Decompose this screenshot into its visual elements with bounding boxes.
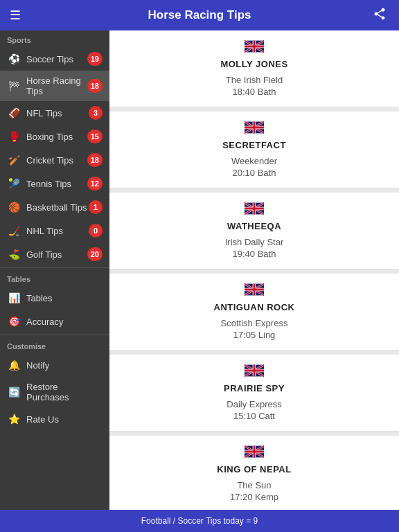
- cricket-icon: 🏏: [7, 153, 21, 167]
- golf-label: Golf Tips: [26, 249, 87, 260]
- nhl-badge: 0: [89, 224, 103, 238]
- footer: Football / Soccer Tips today = 9: [0, 510, 399, 532]
- rate-label: Rate Us: [26, 414, 103, 425]
- tip-time: 17:20 Kemp: [230, 492, 278, 502]
- boxing-badge: 15: [87, 130, 103, 143]
- nhl-icon: 🏒: [7, 224, 21, 238]
- tip-time: 15:10 Catt: [233, 411, 275, 421]
- tip-name: SECRETFACT: [222, 140, 286, 150]
- rate-icon: ⭐: [7, 412, 21, 426]
- content-area: MOLLY JONES The Irish Field 18:40 Bath S…: [109, 30, 399, 510]
- share-icon[interactable]: [373, 7, 389, 24]
- tip-flag: [245, 364, 264, 380]
- horse-racing-icon: 🏁: [7, 79, 21, 93]
- app-header: ☰ Horse Racing Tips: [0, 0, 399, 30]
- tip-card[interactable]: SECRETFACT Weekender 20:10 Bath: [109, 112, 399, 188]
- sidebar-item-restore[interactable]: 🔄 Restore Purchases: [0, 377, 109, 407]
- tip-source: The Irish Field: [226, 75, 283, 85]
- tip-name: ANTIGUAN ROCK: [214, 302, 295, 312]
- sports-section-label: Sports: [0, 30, 109, 47]
- sidebar-item-tennis[interactable]: 🎾 Tennis Tips 12: [0, 172, 109, 195]
- notify-icon: 🔔: [7, 358, 21, 372]
- tip-source: Daily Express: [227, 399, 281, 409]
- accuracy-label: Accuracy: [26, 317, 103, 327]
- tip-flag: [245, 202, 264, 218]
- sidebar-item-tables[interactable]: 📊 Tables: [0, 286, 109, 310]
- customise-section-label: Customise: [0, 337, 109, 353]
- tip-time: 18:40 Bath: [233, 87, 276, 97]
- sidebar-item-notify[interactable]: 🔔 Notify: [0, 353, 109, 377]
- tables-section-label: Tables: [0, 269, 109, 286]
- tip-name: WATHEEQA: [227, 221, 281, 231]
- notify-label: Notify: [26, 360, 103, 371]
- tip-name: KING OF NEPAL: [217, 464, 291, 475]
- tip-time: 17:05 Ling: [233, 330, 276, 340]
- soccer-badge: 19: [87, 52, 103, 66]
- tip-flag: [245, 40, 264, 56]
- tip-source: Weekender: [231, 156, 277, 166]
- sidebar-item-horse-racing[interactable]: 🏁 Horse Racing Tips 18: [0, 71, 109, 101]
- golf-badge: 20: [87, 247, 103, 261]
- sidebar-tables-list: 📊 Tables 🎯 Accuracy: [0, 286, 109, 333]
- tennis-icon: 🎾: [7, 177, 21, 190]
- main-layout: Sports ⚽ Soccer Tips 19 🏁 Horse Racing T…: [0, 30, 399, 510]
- sidebar-item-rate[interactable]: ⭐ Rate Us: [0, 407, 109, 431]
- sidebar-item-soccer[interactable]: ⚽ Soccer Tips 19: [0, 47, 109, 71]
- cricket-label: Cricket Tips: [26, 155, 87, 166]
- basketball-badge: 1: [89, 200, 103, 214]
- nfl-badge: 3: [89, 106, 103, 120]
- sidebar-customise-list: 🔔 Notify 🔄 Restore Purchases ⭐ Rate Us: [0, 353, 109, 431]
- sidebar-item-boxing[interactable]: 🥊 Boxing Tips 15: [0, 125, 109, 148]
- tip-source: The Sun: [237, 480, 271, 490]
- nfl-icon: 🏈: [7, 106, 21, 120]
- tip-flag: [245, 121, 264, 137]
- sidebar-item-basketball[interactable]: 🏀 Basketball Tips 1: [0, 195, 109, 219]
- menu-icon[interactable]: ☰: [10, 8, 26, 23]
- sidebar-item-golf[interactable]: ⛳ Golf Tips 20: [0, 242, 109, 266]
- accuracy-icon: 🎯: [7, 314, 21, 328]
- sidebar-divider-2: [0, 335, 109, 335]
- tip-name: PRAIRIE SPY: [224, 383, 285, 393]
- tennis-badge: 12: [87, 177, 103, 190]
- sidebar-item-nhl[interactable]: 🏒 NHL Tips 0: [0, 219, 109, 242]
- nfl-label: NFL Tips: [26, 108, 89, 118]
- tip-source: Scottish Express: [221, 318, 288, 328]
- sidebar-item-cricket[interactable]: 🏏 Cricket Tips 18: [0, 148, 109, 172]
- sidebar-item-accuracy[interactable]: 🎯 Accuracy: [0, 310, 109, 333]
- tip-time: 19:40 Bath: [233, 249, 276, 259]
- footer-text: Football / Soccer Tips today = 9: [141, 516, 258, 526]
- golf-icon: ⛳: [7, 247, 21, 261]
- tip-card[interactable]: PRAIRIE SPY Daily Express 15:10 Catt: [109, 355, 399, 432]
- tip-card[interactable]: ANTIGUAN ROCK Scottish Express 17:05 Lin…: [109, 274, 399, 351]
- soccer-label: Soccer Tips: [26, 54, 87, 64]
- soccer-icon: ⚽: [7, 52, 21, 66]
- tip-flag: [245, 445, 264, 461]
- sidebar-sports-list: ⚽ Soccer Tips 19 🏁 Horse Racing Tips 18 …: [0, 47, 109, 266]
- sidebar: Sports ⚽ Soccer Tips 19 🏁 Horse Racing T…: [0, 30, 109, 510]
- boxing-label: Boxing Tips: [26, 132, 87, 142]
- tip-card[interactable]: KING OF NEPAL The Sun 17:20 Kemp: [109, 436, 399, 510]
- tip-flag: [245, 283, 264, 299]
- restore-icon: 🔄: [7, 385, 21, 399]
- basketball-label: Basketball Tips: [26, 202, 89, 213]
- tip-card[interactable]: MOLLY JONES The Irish Field 18:40 Bath: [109, 30, 399, 107]
- horse-racing-badge: 18: [87, 79, 103, 93]
- tip-name: MOLLY JONES: [220, 59, 287, 69]
- tip-card[interactable]: WATHEEQA Irish Daily Star 19:40 Bath: [109, 193, 399, 269]
- sidebar-item-nfl[interactable]: 🏈 NFL Tips 3: [0, 101, 109, 125]
- tips-list: MOLLY JONES The Irish Field 18:40 Bath S…: [109, 30, 399, 510]
- page-title: Horse Racing Tips: [26, 8, 373, 22]
- boxing-icon: 🥊: [7, 130, 21, 143]
- tip-source: Irish Daily Star: [225, 237, 284, 247]
- horse-racing-label: Horse Racing Tips: [26, 76, 87, 96]
- tables-icon: 📊: [7, 291, 21, 305]
- sidebar-divider-1: [0, 267, 109, 268]
- restore-label: Restore Purchases: [26, 382, 103, 402]
- tip-time: 20:10 Bath: [233, 168, 276, 178]
- tables-label: Tables: [26, 293, 103, 303]
- tennis-label: Tennis Tips: [26, 179, 87, 189]
- basketball-icon: 🏀: [7, 200, 21, 214]
- cricket-badge: 18: [87, 153, 103, 167]
- nhl-label: NHL Tips: [26, 226, 89, 236]
